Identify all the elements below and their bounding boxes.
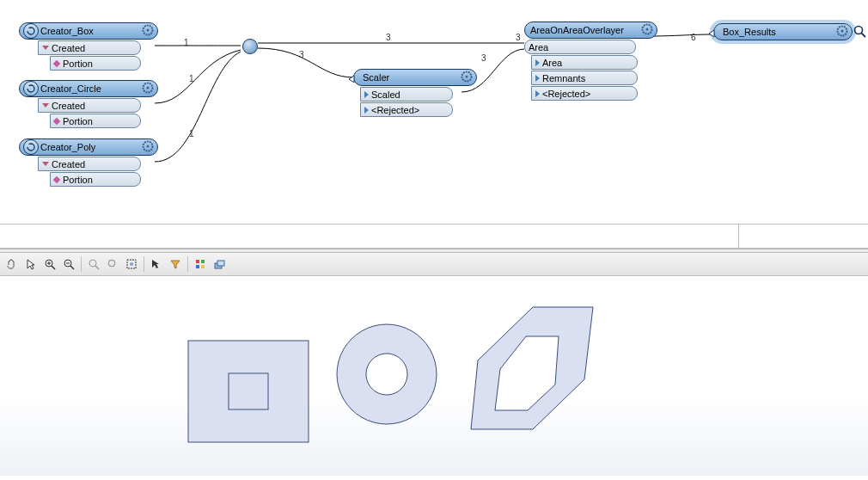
svg-point-12 — [855, 27, 863, 34]
gear-icon[interactable] — [641, 23, 653, 37]
chevron-right-icon — [364, 91, 369, 98]
count-label: 3 — [516, 33, 521, 42]
diamond-icon — [53, 175, 60, 182]
svg-point-1 — [147, 29, 150, 32]
svg-point-9 — [646, 28, 649, 31]
svg-rect-24 — [109, 261, 114, 266]
svg-point-5 — [147, 145, 150, 148]
count-label: 1 — [184, 38, 189, 47]
port-created[interactable]: Created — [38, 98, 141, 113]
input-arrow-icon — [349, 74, 358, 84]
node-creator-poly[interactable]: Creator_Poly Created Portion — [19, 138, 158, 187]
count-label: 1 — [189, 129, 194, 138]
port-created[interactable]: Created — [38, 40, 141, 55]
reader-icon — [23, 23, 39, 39]
svg-point-11 — [841, 30, 844, 33]
gear-icon[interactable] — [461, 71, 473, 84]
node-title: Creator_Box — [40, 26, 94, 36]
diamond-icon — [53, 59, 60, 66]
zoom-selection-icon[interactable] — [104, 255, 121, 273]
count-label: 3 — [386, 33, 391, 42]
preview-pane[interactable] — [0, 276, 868, 476]
svg-rect-30 — [201, 265, 205, 268]
count-label: 3 — [299, 50, 304, 59]
svg-rect-29 — [196, 265, 199, 268]
node-overlayer[interactable]: AreaOnAreaOverlayer Area Area Remnants <… — [524, 22, 657, 101]
gear-icon[interactable] — [142, 82, 154, 95]
port-remnants[interactable]: Remnants — [531, 71, 638, 85]
svg-rect-28 — [201, 260, 205, 263]
toolbar-divider — [144, 256, 144, 272]
node-title: Box_Results — [723, 27, 776, 37]
port-portion[interactable]: Portion — [50, 56, 141, 71]
expand-icon — [42, 46, 49, 50]
svg-point-3 — [147, 87, 150, 89]
node-title: AreaOnAreaOverlayer — [530, 25, 624, 35]
port-rejected[interactable]: <Rejected> — [360, 102, 453, 117]
reader-icon — [23, 139, 39, 155]
junction-node[interactable] — [242, 39, 258, 54]
port-created[interactable]: Created — [38, 157, 141, 171]
chevron-right-icon — [364, 107, 369, 114]
count-label: 1 — [189, 74, 194, 83]
node-title: Creator_Poly — [40, 142, 95, 152]
toolbar-divider — [187, 256, 188, 272]
cursor-tool-icon[interactable] — [22, 255, 40, 273]
svg-rect-33 — [188, 341, 309, 442]
svg-line-19 — [70, 266, 74, 269]
node-title: Creator_Circle — [40, 83, 101, 94]
svg-rect-27 — [196, 260, 199, 263]
panel-gap — [0, 224, 868, 249]
expand-icon — [42, 162, 49, 166]
port-area-in[interactable]: Area — [524, 40, 636, 54]
input-arrow-icon — [709, 28, 718, 39]
svg-point-7 — [466, 76, 468, 78]
port-area-out[interactable]: Area — [531, 55, 638, 70]
svg-point-26 — [130, 262, 133, 266]
toolbar-divider — [81, 256, 82, 272]
workflow-canvas[interactable]: 1 1 1 3 3 3 3 6 Creator_Box Created Port… — [0, 0, 868, 224]
reader-icon — [23, 81, 39, 96]
node-title: Scaler — [363, 72, 389, 83]
node-scaler[interactable]: Scaler Scaled <Rejected> — [353, 69, 477, 117]
svg-line-13 — [862, 34, 866, 38]
chevron-right-icon — [535, 90, 540, 97]
shape-poly — [471, 307, 593, 429]
zoom-in-icon[interactable] — [41, 255, 58, 273]
gear-icon[interactable] — [142, 24, 154, 38]
magnifier-icon[interactable] — [853, 25, 867, 40]
svg-rect-32 — [217, 261, 224, 266]
select-tool-icon[interactable] — [148, 255, 165, 273]
count-label: 6 — [691, 33, 696, 42]
layers-icon[interactable] — [211, 255, 228, 273]
expand-icon — [42, 103, 49, 108]
node-creator-box[interactable]: Creator_Box Created Portion — [19, 22, 158, 71]
filter-icon[interactable] — [167, 255, 184, 273]
zoom-reset-icon[interactable] — [85, 255, 102, 273]
chevron-right-icon — [535, 59, 540, 66]
shape-box — [188, 341, 309, 442]
svg-line-22 — [95, 266, 99, 269]
shape-donut — [337, 324, 437, 424]
port-scaled[interactable]: Scaled — [360, 87, 453, 102]
port-portion[interactable]: Portion — [50, 172, 141, 187]
zoom-out-icon[interactable] — [60, 255, 77, 273]
count-label: 3 — [481, 53, 486, 63]
diamond-icon — [53, 117, 60, 124]
gear-icon[interactable] — [836, 25, 848, 39]
palette-icon[interactable] — [192, 255, 209, 273]
node-results[interactable]: Box_Results — [713, 23, 853, 40]
gear-icon[interactable] — [142, 140, 154, 154]
hand-tool-icon[interactable] — [3, 255, 21, 273]
svg-point-21 — [89, 260, 96, 267]
node-creator-circle[interactable]: Creator_Circle Created Portion — [19, 80, 158, 128]
zoom-extent-icon[interactable] — [123, 255, 140, 273]
port-portion[interactable]: Portion — [50, 114, 141, 128]
viewer-toolbar — [0, 253, 868, 276]
port-rejected[interactable]: <Rejected> — [531, 86, 638, 101]
svg-line-15 — [52, 266, 55, 269]
chevron-right-icon — [535, 75, 540, 82]
